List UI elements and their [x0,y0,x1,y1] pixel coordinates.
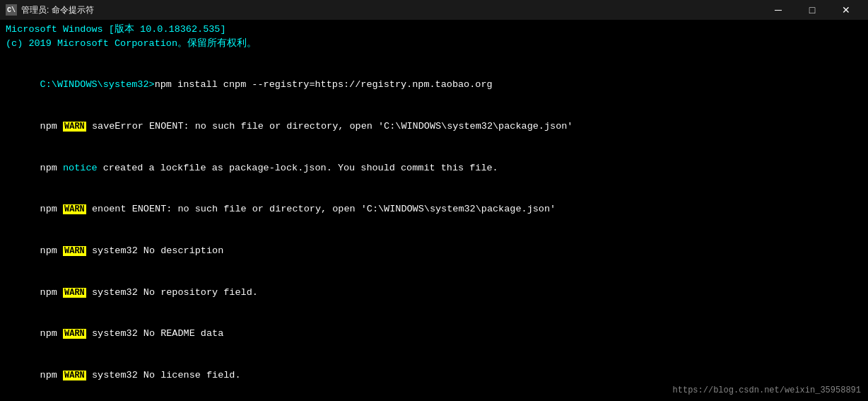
window: C\ 管理员: 命令提示符 ─ □ ✕ Microsoft Windows [版… [0,0,868,401]
command: npm install cnpm --registry=https://regi… [155,79,493,90]
terminal-line: npm WARN system32 No description [6,230,862,272]
title-bar: C\ 管理员: 命令提示符 ─ □ ✕ [0,0,868,20]
warn-badge: WARN [63,204,86,214]
warn-badge: WARN [63,288,86,298]
terminal-line: (c) 2019 Microsoft Corporation。保留所有权利。 [6,37,862,51]
warn-badge: WARN [63,122,86,132]
terminal-line: Microsoft Windows [版本 10.0.18362.535] [6,23,862,37]
watermark: https://blog.csdn.net/weixin_35958891 [673,385,861,395]
close-button[interactable]: ✕ [830,0,862,20]
notice-badge: notice [63,163,98,173]
warn-badge: WARN [63,246,86,256]
prompt: C:\WINDOWS\system32> [40,79,155,90]
terminal-line [6,50,862,64]
terminal-icon: C\ [6,4,17,16]
terminal-line: npm WARN saveError ENOENT: no such file … [6,105,862,147]
terminal-line: npm WARN system32 No README data [6,313,862,355]
terminal-body: Microsoft Windows [版本 10.0.18362.535] (c… [0,20,868,401]
terminal-line: C:\WINDOWS\system32>npm install cnpm --r… [6,64,862,106]
terminal-line: npm notice created a lockfile as package… [6,147,862,189]
warn-badge: WARN [63,371,86,380]
warn-badge: WARN [63,329,86,339]
maximize-button[interactable]: □ [796,0,828,20]
minimize-button[interactable]: ─ [762,0,794,20]
title-bar-left: C\ 管理员: 命令提示符 [6,4,94,16]
window-title: 管理员: 命令提示符 [21,4,94,16]
window-controls: ─ □ ✕ [762,0,862,20]
terminal-line: npm WARN system32 No repository field. [6,272,862,313]
terminal-line [6,396,862,401]
terminal-line: npm WARN enoent ENOENT: no such file or … [6,189,862,231]
